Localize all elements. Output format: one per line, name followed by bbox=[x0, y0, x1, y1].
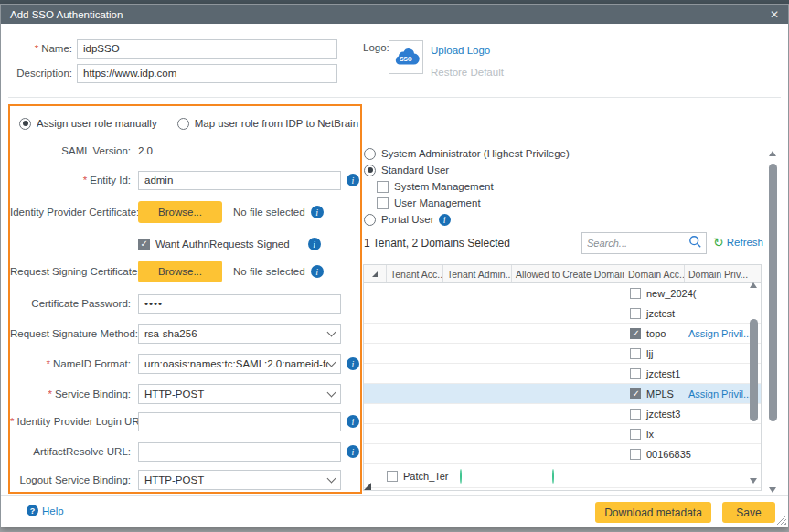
certificate-password-input[interactable] bbox=[138, 294, 341, 314]
artifact-resolve-url-input[interactable] bbox=[138, 442, 341, 462]
domain-checkbox[interactable] bbox=[630, 348, 641, 359]
radio-map-idp[interactable] bbox=[177, 118, 189, 130]
logout-service-binding-label: Logout Service Binding: bbox=[10, 474, 138, 485]
grid-header-allowed-create-domain[interactable]: Allowed to Create Domain ... bbox=[512, 265, 624, 282]
domain-checkbox[interactable] bbox=[630, 429, 641, 440]
request-signing-browse-button[interactable]: Browse... bbox=[138, 261, 222, 282]
search-icon[interactable] bbox=[688, 235, 702, 251]
nameid-format-row: *NameID Format: urn:oasis:names:tc:SAML:… bbox=[10, 353, 360, 375]
nameid-format-select[interactable]: urn:oasis:names:tc:SAML:2.0:nameid-fo... bbox=[138, 354, 341, 374]
radio-portal-user[interactable] bbox=[364, 214, 376, 226]
info-icon[interactable]: i bbox=[439, 214, 451, 226]
domain-row[interactable]: jzctest3 bbox=[364, 404, 761, 424]
domain-checkbox[interactable] bbox=[630, 328, 641, 339]
artifact-resolve-url-row: ArtifactResolve URL: i bbox=[10, 441, 360, 463]
domain-row-selected[interactable]: MPLS Assign Privil... bbox=[364, 384, 761, 404]
info-icon[interactable]: i bbox=[347, 445, 359, 458]
description-row: Description: bbox=[10, 63, 337, 83]
assign-role-manually-option[interactable]: Assign user role manually bbox=[19, 118, 157, 130]
upload-logo-link[interactable]: Upload Logo bbox=[431, 45, 490, 56]
user-management-checkbox[interactable] bbox=[377, 197, 389, 209]
description-input[interactable] bbox=[77, 64, 337, 83]
map-role-idp-option[interactable]: Map user role from IDP to NetBrain bbox=[177, 118, 358, 130]
name-input[interactable] bbox=[77, 39, 337, 59]
domain-checkbox[interactable] bbox=[630, 288, 641, 299]
tenant-checkbox[interactable] bbox=[387, 471, 398, 482]
system-management-checkbox[interactable] bbox=[377, 181, 389, 193]
sso-cloud-icon: SSO bbox=[391, 45, 421, 69]
dialog-titlebar: Add SSO Authentication ✕ bbox=[1, 5, 788, 24]
want-authn-label: Want AuthnRequests Signed bbox=[155, 239, 290, 250]
domain-row[interactable]: jzctest bbox=[364, 303, 761, 324]
grid-header-domain-access[interactable]: Domain Acc... bbox=[624, 265, 685, 282]
expand-triangle-icon[interactable] bbox=[364, 470, 371, 490]
entity-id-input[interactable] bbox=[138, 171, 341, 190]
scroll-up-icon[interactable] bbox=[769, 151, 776, 156]
domain-row[interactable]: ljj bbox=[364, 344, 761, 364]
grid-header-tenant-access[interactable]: Tenant Acc... bbox=[387, 265, 443, 282]
domain-row[interactable]: new_2024( bbox=[364, 283, 761, 303]
idp-login-url-input[interactable] bbox=[138, 412, 341, 431]
info-icon[interactable]: i bbox=[347, 174, 359, 186]
request-signature-method-select[interactable]: rsa-sha256 bbox=[138, 324, 341, 344]
system-management-option[interactable]: System Management bbox=[377, 179, 494, 194]
dialog-title: Add SSO Authentication bbox=[10, 9, 123, 20]
grid-scrollbar-thumb[interactable] bbox=[750, 319, 758, 421]
radio-assign-manually[interactable] bbox=[19, 118, 31, 130]
system-admin-option[interactable]: System Administrator (Highest Privilege) bbox=[364, 146, 570, 161]
refresh-button[interactable]: ↻ Refresh bbox=[713, 237, 763, 248]
info-icon[interactable]: i bbox=[311, 265, 324, 278]
grid-scrollbar[interactable] bbox=[748, 281, 760, 485]
tenant-admin-status-icon bbox=[460, 469, 462, 484]
radio-standard-user[interactable] bbox=[364, 165, 376, 176]
scroll-down-icon[interactable] bbox=[750, 478, 757, 484]
required-asterisk: * bbox=[83, 175, 87, 186]
domain-checkbox[interactable] bbox=[630, 308, 641, 319]
domain-row[interactable]: 00166835 bbox=[364, 444, 761, 464]
domain-checkbox[interactable] bbox=[630, 388, 641, 399]
service-binding-select[interactable]: HTTP-POST bbox=[138, 384, 341, 404]
info-icon[interactable]: i bbox=[311, 206, 324, 218]
chevron-down-icon bbox=[327, 388, 336, 397]
domain-row[interactable]: jzctest1 bbox=[364, 364, 761, 384]
tenant-domain-grid: Tenant Acc... Tenant Admin... Allowed to… bbox=[363, 264, 762, 491]
idp-login-url-row: *Identity Provider Login URL: i bbox=[10, 410, 360, 432]
resize-grip[interactable] bbox=[776, 515, 786, 525]
domain-row[interactable]: lx bbox=[364, 424, 761, 444]
radio-system-admin[interactable] bbox=[364, 148, 376, 160]
panel-scrollbar[interactable] bbox=[767, 149, 779, 495]
idp-certificate-browse-button[interactable]: Browse... bbox=[138, 201, 222, 223]
required-asterisk: * bbox=[47, 358, 50, 369]
scroll-up-icon[interactable] bbox=[750, 282, 757, 288]
idp-certificate-label: Identity Provider Certificate: bbox=[10, 207, 138, 218]
domain-checkbox[interactable] bbox=[630, 449, 641, 460]
portal-user-option[interactable]: Portal User i bbox=[364, 212, 451, 227]
domain-row[interactable]: topo Assign Privil... bbox=[364, 324, 761, 344]
restore-default-link[interactable]: Restore Default bbox=[431, 67, 504, 78]
panel-scrollbar-thumb[interactable] bbox=[769, 164, 777, 421]
help-link[interactable]: ? Help bbox=[27, 505, 64, 516]
info-icon[interactable]: i bbox=[347, 415, 359, 428]
idp-certificate-row: Identity Provider Certificate: Browse...… bbox=[10, 201, 360, 223]
required-asterisk: * bbox=[48, 388, 51, 399]
scroll-down-icon[interactable] bbox=[769, 487, 776, 493]
user-management-option[interactable]: User Management bbox=[377, 196, 481, 210]
domain-checkbox[interactable] bbox=[630, 409, 641, 420]
grid-header-expander[interactable] bbox=[364, 265, 387, 282]
footer-divider bbox=[1, 495, 788, 496]
create-domain-status-icon bbox=[552, 469, 554, 484]
save-button[interactable]: Save bbox=[722, 502, 775, 523]
want-authn-checkbox[interactable] bbox=[138, 239, 150, 250]
role-mode-row: Assign user role manually Map user role … bbox=[10, 112, 360, 134]
close-icon[interactable]: ✕ bbox=[770, 8, 779, 21]
info-icon[interactable]: i bbox=[308, 238, 321, 250]
logout-service-binding-select[interactable]: HTTP-POST bbox=[138, 470, 341, 490]
tenant-row[interactable]: Patch_Ter bbox=[364, 464, 761, 488]
info-icon[interactable]: i bbox=[347, 357, 359, 370]
domain-checkbox[interactable] bbox=[630, 368, 641, 379]
grid-header-tenant-admin[interactable]: Tenant Admin... bbox=[443, 265, 512, 282]
search-input[interactable] bbox=[582, 238, 688, 249]
saml-version-label: SAML Version: bbox=[10, 145, 138, 156]
download-metadata-button[interactable]: Download metadata bbox=[595, 502, 711, 523]
standard-user-option[interactable]: Standard User bbox=[364, 163, 449, 177]
